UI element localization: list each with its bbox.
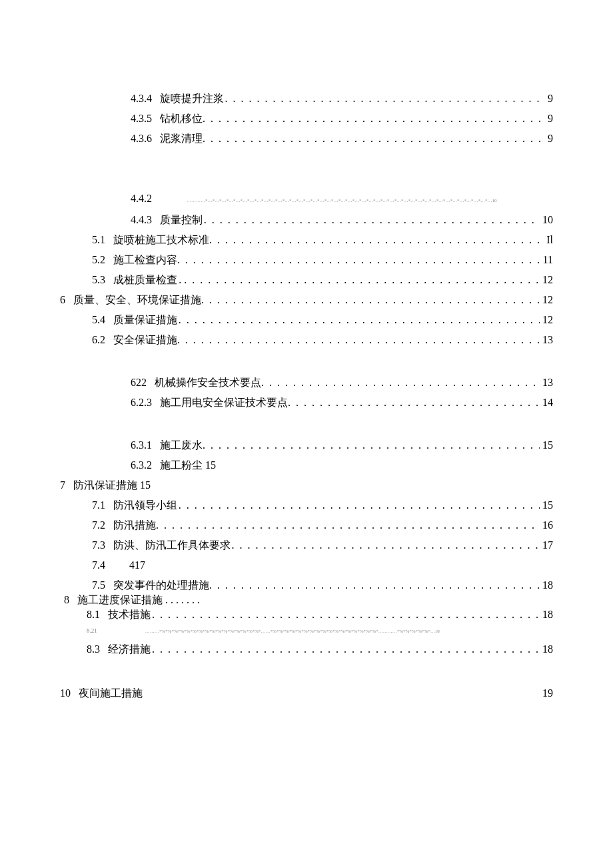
toc-num: 5.4 [92,315,105,325]
toc-num: 7.1 [92,500,105,511]
toc-entry-7-5: 7.5 突发事件的处理措施 18 [60,580,553,591]
toc-num: 6.2 [92,335,105,345]
toc-num: 5.3 [92,275,105,285]
toc-entry-7-4: 7.4 417 [60,560,553,571]
toc-page: 9 [548,93,553,104]
leader-dots [209,580,540,591]
toc-title: 泥浆清理 [160,133,203,144]
toc-entry-6-2-3: 6.2.3 施工用电安全保证技术要点 14 [60,397,553,408]
toc-page: 13 [542,377,553,388]
toc-page: Il [546,235,553,245]
toc-entry-6-2: 6.2 安全保证措施 13 [60,335,553,345]
toc-page: 18 [542,609,553,620]
leader-dots [225,93,545,104]
toc-title: 防汛措施 [113,520,156,531]
toc-entry-7-3: 7.3 防洪、防汛工作具体要求 17 [60,540,553,551]
toc-num: 7.4 [92,560,105,571]
toc-title: 技术措施 [108,609,151,620]
toc-title: 旋喷提升注浆 [160,93,224,104]
toc-num: 10 [60,688,71,699]
toc-entry-4-4-2: 4.4.2 …………*…*…*…*…*…*…*…*…*…*…*…*…*…*…*…… [60,193,553,205]
leader-noise: ………*%*%*%*%*%*%*%*%*%*%*%*%*%*%*%*%*……*%… [145,629,553,636]
toc-num: 622 [131,377,147,388]
leader-dots [201,295,540,305]
leader-dots [203,440,540,451]
toc-page: 9 [548,133,553,144]
toc-title: 质量控制 [160,215,203,225]
toc-title: 安全保证措施 [113,335,177,345]
toc-entry-6-3-2: 6.3.2 施工粉尘 15 [60,460,553,471]
toc-num: 7.2 [92,520,105,531]
toc-entry-4-3-5: 4.3.5 钻机移位 9 [60,113,553,124]
toc-title: 防洪、防汛工作具体要求 [113,540,231,551]
toc-num: 5.1 [92,235,105,245]
leader-dots [177,335,540,345]
toc-entry-8-1: 8.1 技术措施 18 [60,609,553,620]
toc-num: 4.4.2 [131,193,152,204]
toc-num: 7.3 [92,540,105,551]
toc-title: 质量保证措施 [113,315,177,325]
toc-num: 7.5 [92,580,105,591]
toc-num: 8 [64,595,69,605]
toc-page: 12 [542,295,553,305]
leader-dots [156,520,540,531]
toc-page: 9 [548,113,553,124]
toc-entry-10: 10 夜间施工措施 19 [60,688,553,699]
toc-num: 5.2 [92,255,105,265]
toc-num: 8.3 [87,644,100,655]
toc-num: 4.4.3 [131,215,152,225]
toc-page: 15 [542,440,553,451]
toc-title: 施工用电安全保证技术要点 [160,397,288,408]
toc-title: 防汛领导小组 [113,500,177,511]
toc-title: 经济措施 [108,644,151,655]
toc-num: 4.3.4 [131,93,152,104]
leader-noise: …………*…*…*…*…*…*…*…*…*…*…*…*…*…*…*…*…*…*…… [187,199,553,205]
toc-title: 成桩质量检查 [113,275,177,285]
toc-num: 8.21 [87,628,97,634]
leader-dots [152,609,540,620]
toc-page: 10 [542,215,553,225]
toc-entry-5-3: 5.3 成桩质量检查 . . 12 [60,275,553,285]
toc-page: 15 [542,500,553,511]
toc-page: 13 [542,335,553,345]
toc-page: 17 [542,540,553,551]
toc-entry-6: 6 质量、安全、环境保证措施 12 [60,295,553,305]
leader-dots [288,397,540,408]
toc-page: 4.3.4 旋喷提升注浆 9 4.3.5 钻机移位 9 4.3.6 泥浆清理 9… [0,0,613,868]
toc-num: 6 [60,295,65,305]
toc-title: 机械操作安全技术要点 [155,377,261,388]
toc-page: 14 [542,397,553,408]
toc-entry-8: 8 施工进度保证措施 . . . . . . . [60,595,553,605]
toc-num: 6.3.2 [131,460,152,471]
leader-dots [232,540,540,551]
toc-num: 6.2.3 [131,397,152,408]
toc-title: 施工检查内容 [113,255,177,265]
leader-dots [209,235,544,245]
leader-dots [152,644,540,655]
toc-entry-5-1: 5.1 旋喷桩施工技术标准 Il [60,235,553,245]
toc-entry-8-3: 8.3 经济措施 18 [60,644,553,655]
toc-num: 8.1 [87,609,100,620]
toc-entry-8-21: 8.21 ………*%*%*%*%*%*%*%*%*%*%*%*%*%*%*%*%… [60,628,553,636]
toc-title: 施工粉尘 15 [160,460,216,471]
toc-num: 4.3.5 [131,113,152,124]
toc-title: 夜间施工措施 [79,688,143,699]
toc-entry-7: 7 防汛保证措施 15 [60,480,553,491]
toc-page: 18 [542,644,553,655]
toc-page: 16 [542,520,553,531]
leader-dots [261,377,540,388]
toc-title: 钻机移位 [160,113,203,124]
toc-title: 417 [129,560,145,571]
leader-dots [177,255,540,265]
leader-dots [203,113,545,124]
toc-page: 12 [542,315,553,325]
toc-num: 6.3.1 [131,440,152,451]
toc-entry-4-3-6: 4.3.6 泥浆清理 9 [60,133,553,144]
toc-entry-6-3-1: 6.3.1 施工废水 15 [60,440,553,451]
toc-page: 19 [542,688,553,699]
toc-title: 防汛保证措施 15 [73,480,151,491]
toc-title: 施工进度保证措施 . . . . . . . [77,595,200,605]
toc-title: 旋喷桩施工技术标准 [113,235,209,245]
toc-entry-4-3-4: 4.3.4 旋喷提升注浆 9 [60,93,553,104]
leader-dots [179,500,540,511]
